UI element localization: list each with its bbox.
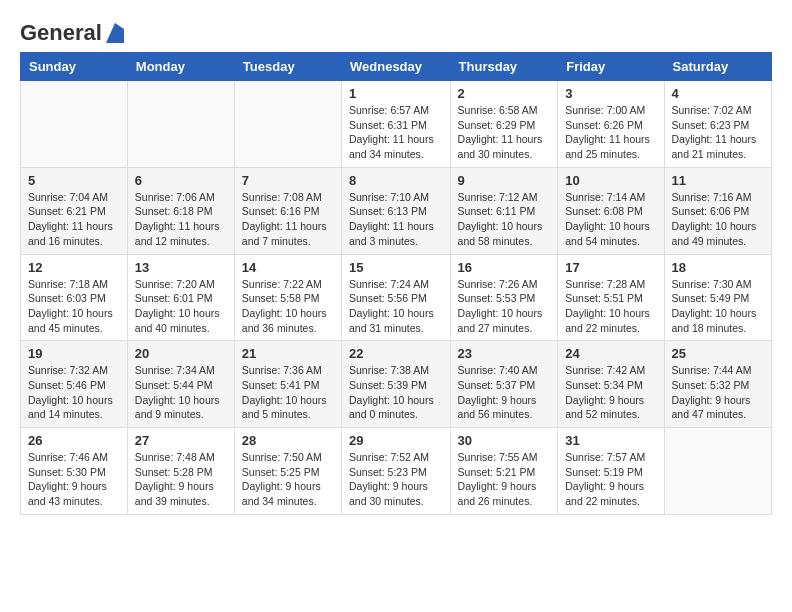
day-number: 19 — [28, 346, 120, 361]
calendar-day-cell: 6Sunrise: 7:06 AM Sunset: 6:18 PM Daylig… — [127, 167, 234, 254]
day-number: 24 — [565, 346, 656, 361]
day-info: Sunrise: 7:40 AM Sunset: 5:37 PM Dayligh… — [458, 363, 551, 422]
calendar-day-cell: 16Sunrise: 7:26 AM Sunset: 5:53 PM Dayli… — [450, 254, 558, 341]
day-number: 28 — [242, 433, 334, 448]
logo: General — [20, 20, 124, 42]
day-number: 14 — [242, 260, 334, 275]
calendar-day-cell: 29Sunrise: 7:52 AM Sunset: 5:23 PM Dayli… — [342, 428, 451, 515]
calendar-day-cell: 5Sunrise: 7:04 AM Sunset: 6:21 PM Daylig… — [21, 167, 128, 254]
day-info: Sunrise: 7:52 AM Sunset: 5:23 PM Dayligh… — [349, 450, 443, 509]
day-info: Sunrise: 7:26 AM Sunset: 5:53 PM Dayligh… — [458, 277, 551, 336]
svg-marker-0 — [106, 23, 124, 43]
calendar-empty-cell — [234, 81, 341, 168]
day-info: Sunrise: 7:34 AM Sunset: 5:44 PM Dayligh… — [135, 363, 227, 422]
calendar-day-cell: 19Sunrise: 7:32 AM Sunset: 5:46 PM Dayli… — [21, 341, 128, 428]
day-info: Sunrise: 7:48 AM Sunset: 5:28 PM Dayligh… — [135, 450, 227, 509]
day-info: Sunrise: 7:42 AM Sunset: 5:34 PM Dayligh… — [565, 363, 656, 422]
day-info: Sunrise: 7:38 AM Sunset: 5:39 PM Dayligh… — [349, 363, 443, 422]
day-info: Sunrise: 6:58 AM Sunset: 6:29 PM Dayligh… — [458, 103, 551, 162]
day-number: 8 — [349, 173, 443, 188]
calendar-day-cell: 1Sunrise: 6:57 AM Sunset: 6:31 PM Daylig… — [342, 81, 451, 168]
calendar-day-cell: 10Sunrise: 7:14 AM Sunset: 6:08 PM Dayli… — [558, 167, 664, 254]
calendar-week-row: 12Sunrise: 7:18 AM Sunset: 6:03 PM Dayli… — [21, 254, 772, 341]
day-info: Sunrise: 7:44 AM Sunset: 5:32 PM Dayligh… — [672, 363, 764, 422]
day-info: Sunrise: 7:16 AM Sunset: 6:06 PM Dayligh… — [672, 190, 764, 249]
calendar-week-row: 26Sunrise: 7:46 AM Sunset: 5:30 PM Dayli… — [21, 428, 772, 515]
calendar-day-cell: 21Sunrise: 7:36 AM Sunset: 5:41 PM Dayli… — [234, 341, 341, 428]
day-info: Sunrise: 6:57 AM Sunset: 6:31 PM Dayligh… — [349, 103, 443, 162]
logo-general-text: General — [20, 20, 102, 46]
calendar-day-cell: 17Sunrise: 7:28 AM Sunset: 5:51 PM Dayli… — [558, 254, 664, 341]
day-info: Sunrise: 7:00 AM Sunset: 6:26 PM Dayligh… — [565, 103, 656, 162]
calendar-day-cell: 30Sunrise: 7:55 AM Sunset: 5:21 PM Dayli… — [450, 428, 558, 515]
page-header: General — [20, 20, 772, 42]
calendar-day-cell: 25Sunrise: 7:44 AM Sunset: 5:32 PM Dayli… — [664, 341, 771, 428]
day-number: 1 — [349, 86, 443, 101]
day-number: 26 — [28, 433, 120, 448]
day-number: 31 — [565, 433, 656, 448]
weekday-header-friday: Friday — [558, 53, 664, 81]
day-number: 2 — [458, 86, 551, 101]
calendar-day-cell: 11Sunrise: 7:16 AM Sunset: 6:06 PM Dayli… — [664, 167, 771, 254]
calendar-week-row: 19Sunrise: 7:32 AM Sunset: 5:46 PM Dayli… — [21, 341, 772, 428]
day-number: 18 — [672, 260, 764, 275]
calendar-day-cell: 26Sunrise: 7:46 AM Sunset: 5:30 PM Dayli… — [21, 428, 128, 515]
calendar-day-cell: 2Sunrise: 6:58 AM Sunset: 6:29 PM Daylig… — [450, 81, 558, 168]
calendar-empty-cell — [21, 81, 128, 168]
day-info: Sunrise: 7:14 AM Sunset: 6:08 PM Dayligh… — [565, 190, 656, 249]
calendar-day-cell: 9Sunrise: 7:12 AM Sunset: 6:11 PM Daylig… — [450, 167, 558, 254]
calendar-day-cell: 14Sunrise: 7:22 AM Sunset: 5:58 PM Dayli… — [234, 254, 341, 341]
weekday-header-wednesday: Wednesday — [342, 53, 451, 81]
day-number: 12 — [28, 260, 120, 275]
calendar-empty-cell — [127, 81, 234, 168]
day-number: 21 — [242, 346, 334, 361]
day-number: 29 — [349, 433, 443, 448]
calendar-day-cell: 4Sunrise: 7:02 AM Sunset: 6:23 PM Daylig… — [664, 81, 771, 168]
logo-arrow-icon — [106, 23, 124, 43]
calendar-day-cell: 23Sunrise: 7:40 AM Sunset: 5:37 PM Dayli… — [450, 341, 558, 428]
weekday-header-row: SundayMondayTuesdayWednesdayThursdayFrid… — [21, 53, 772, 81]
calendar-day-cell: 28Sunrise: 7:50 AM Sunset: 5:25 PM Dayli… — [234, 428, 341, 515]
day-info: Sunrise: 7:36 AM Sunset: 5:41 PM Dayligh… — [242, 363, 334, 422]
day-info: Sunrise: 7:57 AM Sunset: 5:19 PM Dayligh… — [565, 450, 656, 509]
day-number: 7 — [242, 173, 334, 188]
calendar-day-cell: 20Sunrise: 7:34 AM Sunset: 5:44 PM Dayli… — [127, 341, 234, 428]
calendar-day-cell: 12Sunrise: 7:18 AM Sunset: 6:03 PM Dayli… — [21, 254, 128, 341]
day-info: Sunrise: 7:20 AM Sunset: 6:01 PM Dayligh… — [135, 277, 227, 336]
day-number: 25 — [672, 346, 764, 361]
calendar-empty-cell — [664, 428, 771, 515]
day-number: 22 — [349, 346, 443, 361]
day-info: Sunrise: 7:18 AM Sunset: 6:03 PM Dayligh… — [28, 277, 120, 336]
calendar-day-cell: 22Sunrise: 7:38 AM Sunset: 5:39 PM Dayli… — [342, 341, 451, 428]
calendar-day-cell: 7Sunrise: 7:08 AM Sunset: 6:16 PM Daylig… — [234, 167, 341, 254]
calendar-day-cell: 31Sunrise: 7:57 AM Sunset: 5:19 PM Dayli… — [558, 428, 664, 515]
weekday-header-monday: Monday — [127, 53, 234, 81]
day-number: 9 — [458, 173, 551, 188]
day-info: Sunrise: 7:22 AM Sunset: 5:58 PM Dayligh… — [242, 277, 334, 336]
calendar-day-cell: 8Sunrise: 7:10 AM Sunset: 6:13 PM Daylig… — [342, 167, 451, 254]
day-number: 11 — [672, 173, 764, 188]
day-number: 6 — [135, 173, 227, 188]
day-info: Sunrise: 7:10 AM Sunset: 6:13 PM Dayligh… — [349, 190, 443, 249]
weekday-header-saturday: Saturday — [664, 53, 771, 81]
calendar-day-cell: 3Sunrise: 7:00 AM Sunset: 6:26 PM Daylig… — [558, 81, 664, 168]
weekday-header-thursday: Thursday — [450, 53, 558, 81]
day-number: 27 — [135, 433, 227, 448]
calendar-day-cell: 27Sunrise: 7:48 AM Sunset: 5:28 PM Dayli… — [127, 428, 234, 515]
calendar-day-cell: 24Sunrise: 7:42 AM Sunset: 5:34 PM Dayli… — [558, 341, 664, 428]
day-info: Sunrise: 7:24 AM Sunset: 5:56 PM Dayligh… — [349, 277, 443, 336]
day-number: 20 — [135, 346, 227, 361]
calendar-table: SundayMondayTuesdayWednesdayThursdayFrid… — [20, 52, 772, 515]
day-number: 30 — [458, 433, 551, 448]
day-number: 3 — [565, 86, 656, 101]
day-number: 5 — [28, 173, 120, 188]
day-info: Sunrise: 7:46 AM Sunset: 5:30 PM Dayligh… — [28, 450, 120, 509]
calendar-week-row: 5Sunrise: 7:04 AM Sunset: 6:21 PM Daylig… — [21, 167, 772, 254]
day-number: 4 — [672, 86, 764, 101]
day-info: Sunrise: 7:55 AM Sunset: 5:21 PM Dayligh… — [458, 450, 551, 509]
calendar-day-cell: 18Sunrise: 7:30 AM Sunset: 5:49 PM Dayli… — [664, 254, 771, 341]
calendar-day-cell: 13Sunrise: 7:20 AM Sunset: 6:01 PM Dayli… — [127, 254, 234, 341]
day-number: 10 — [565, 173, 656, 188]
weekday-header-sunday: Sunday — [21, 53, 128, 81]
day-number: 17 — [565, 260, 656, 275]
